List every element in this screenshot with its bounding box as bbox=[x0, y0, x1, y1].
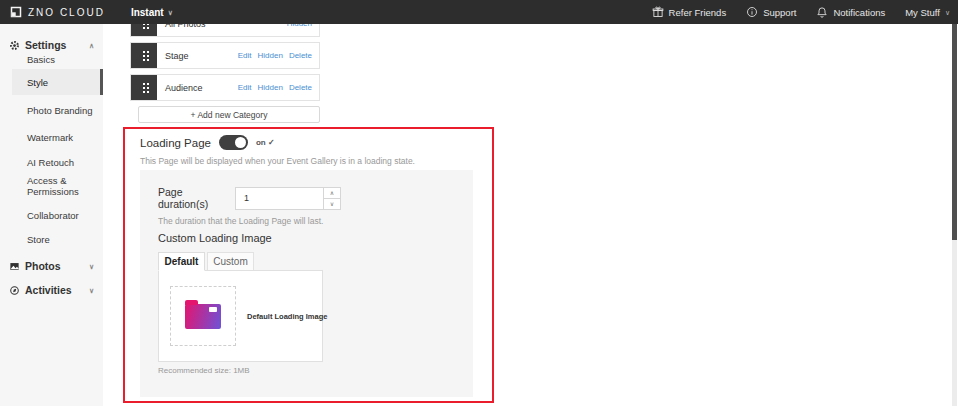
default-image-panel: Default Loading Image bbox=[158, 270, 323, 362]
my-stuff-menu[interactable]: My Stuff ∨ bbox=[905, 7, 950, 18]
chevron-down-icon: ∨ bbox=[168, 9, 173, 16]
project-selector[interactable]: Instant ∨ bbox=[131, 7, 173, 18]
info-icon bbox=[746, 6, 758, 18]
top-bar: ZNO CLOUD Instant ∨ Refer Friends Suppor… bbox=[0, 0, 958, 24]
loading-page-section-highlight: Loading Page on ✓ This Page will be disp… bbox=[123, 127, 494, 403]
sidebar-item-collaborator[interactable]: Collaborator bbox=[27, 210, 79, 221]
tab-custom[interactable]: Custom bbox=[207, 252, 254, 271]
category-row-audience: Audience Edit Hidden Delete bbox=[130, 74, 320, 101]
toggle-knob bbox=[235, 137, 246, 148]
bell-icon bbox=[816, 6, 828, 18]
sidebar-item-settings[interactable]: Settings ∧ bbox=[0, 36, 103, 54]
tab-default[interactable]: Default bbox=[158, 252, 205, 271]
custom-loading-image-label: Custom Loading Image bbox=[158, 232, 272, 244]
activities-icon bbox=[9, 285, 20, 296]
add-new-category-button[interactable]: + Add new Category bbox=[138, 106, 320, 123]
page-duration-field: ∧ ∨ bbox=[235, 187, 341, 210]
hidden-link[interactable]: Hidden bbox=[258, 51, 283, 60]
my-stuff-label: My Stuff bbox=[905, 7, 940, 18]
sidebar-item-watermark[interactable]: Watermark bbox=[27, 132, 73, 143]
sidebar-item-style[interactable]: Style bbox=[12, 69, 103, 95]
zno-cloud-logo[interactable]: ZNO CLOUD bbox=[10, 6, 105, 18]
folder-dot bbox=[209, 307, 217, 312]
category-actions: Edit Hidden Delete bbox=[238, 51, 312, 60]
image-icon bbox=[9, 261, 20, 272]
drag-handle-icon[interactable] bbox=[131, 43, 157, 68]
sidebar-item-basics[interactable]: Basics bbox=[27, 54, 55, 65]
project-name: Instant bbox=[131, 7, 164, 18]
category-list: All Photos Hidden Stage Edit Hidden Dele… bbox=[130, 10, 320, 123]
sidebar-item-photos[interactable]: Photos ∨ bbox=[0, 257, 103, 275]
refer-friends-label: Refer Friends bbox=[669, 7, 727, 18]
loading-page-title: Loading Page bbox=[140, 137, 211, 149]
sidebar: Settings ∧ Basics Style Photo Branding W… bbox=[0, 24, 103, 406]
logo-text: ZNO CLOUD bbox=[28, 7, 105, 18]
category-row-stage: Stage Edit Hidden Delete bbox=[130, 42, 320, 69]
chevron-down-icon: ∨ bbox=[89, 287, 94, 294]
notifications-label: Notifications bbox=[833, 7, 885, 18]
notifications-button[interactable]: Notifications bbox=[816, 6, 885, 18]
vertical-scrollbar[interactable] bbox=[952, 24, 957, 406]
edit-link[interactable]: Edit bbox=[238, 83, 252, 92]
page-duration-label: Page duration(s) bbox=[158, 186, 235, 210]
gear-icon bbox=[9, 40, 20, 51]
page-duration-hint: The duration that the Loading Page will … bbox=[158, 216, 323, 226]
delete-link[interactable]: Delete bbox=[289, 83, 312, 92]
support-label: Support bbox=[763, 7, 796, 18]
top-nav: Refer Friends Support Notifications My S… bbox=[652, 0, 950, 24]
default-image-caption: Default Loading Image bbox=[247, 271, 327, 361]
hidden-link[interactable]: Hidden bbox=[258, 83, 283, 92]
sidebar-item-ai-retouch[interactable]: AI Retouch bbox=[27, 157, 74, 168]
gift-icon bbox=[652, 6, 664, 18]
refer-friends-button[interactable]: Refer Friends bbox=[652, 6, 727, 18]
delete-link[interactable]: Delete bbox=[289, 51, 312, 60]
folder-image-icon bbox=[185, 304, 221, 329]
chevron-down-icon: ∨ bbox=[89, 263, 94, 270]
loading-page-header: Loading Page on ✓ bbox=[140, 135, 275, 150]
category-name: Audience bbox=[165, 83, 203, 93]
scrollbar-thumb[interactable] bbox=[952, 24, 957, 240]
edit-link[interactable]: Edit bbox=[238, 51, 252, 60]
chevron-up-icon: ∧ bbox=[89, 42, 94, 49]
sidebar-item-activities[interactable]: Activities ∨ bbox=[0, 281, 103, 299]
photos-label: Photos bbox=[25, 260, 61, 272]
sidebar-item-store[interactable]: Store bbox=[27, 234, 50, 245]
category-name: Stage bbox=[165, 51, 189, 61]
page-duration-row: Page duration(s) ∧ ∨ bbox=[158, 186, 341, 210]
sidebar-item-access-permissions[interactable]: Access & Permissions bbox=[27, 176, 87, 197]
sidebar-item-photo-branding[interactable]: Photo Branding bbox=[27, 105, 93, 116]
chevron-down-icon: ∨ bbox=[945, 9, 950, 16]
image-preview-box bbox=[170, 286, 236, 346]
loading-page-panel: Page duration(s) ∧ ∨ The duration that t… bbox=[140, 170, 473, 397]
loading-page-toggle[interactable] bbox=[219, 135, 248, 150]
drag-handle-icon[interactable] bbox=[131, 75, 157, 100]
image-source-tabs: Default Custom bbox=[158, 252, 254, 271]
app-window: ZNO CLOUD Instant ∨ Refer Friends Suppor… bbox=[0, 0, 958, 406]
number-spinner: ∧ ∨ bbox=[323, 188, 340, 209]
toggle-state-text: on ✓ bbox=[256, 138, 275, 147]
category-actions: Edit Hidden Delete bbox=[238, 83, 312, 92]
settings-label: Settings bbox=[25, 39, 66, 51]
recommended-size-text: Recommended size: 1MB bbox=[158, 366, 250, 375]
zno-logo-icon bbox=[10, 6, 22, 18]
spinner-up-button[interactable]: ∧ bbox=[324, 188, 340, 198]
activities-label: Activities bbox=[25, 284, 72, 296]
support-button[interactable]: Support bbox=[746, 6, 796, 18]
page-duration-input[interactable] bbox=[236, 188, 323, 209]
spinner-down-button[interactable]: ∨ bbox=[324, 198, 340, 209]
loading-page-description: This Page will be displayed when your Ev… bbox=[140, 156, 415, 166]
